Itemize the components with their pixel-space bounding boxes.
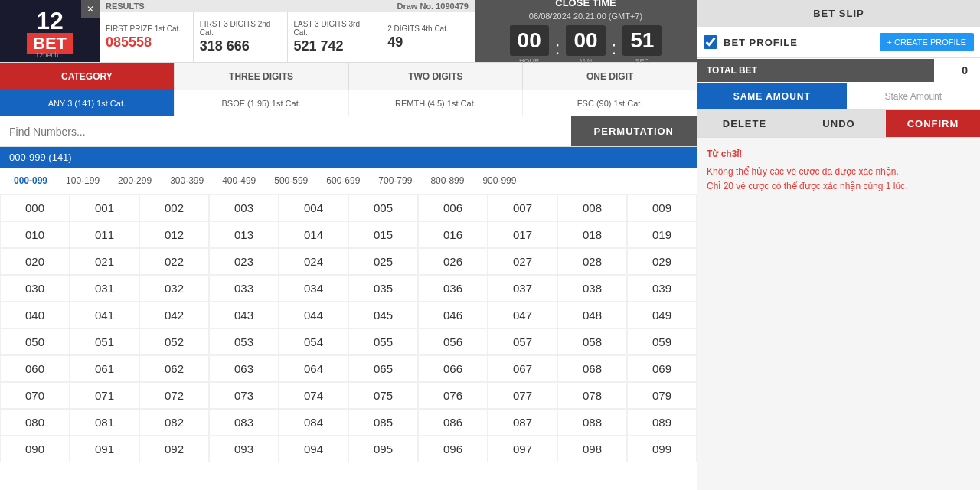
number-cell[interactable]: 067 [488,355,557,382]
number-cell[interactable]: 019 [627,221,697,248]
number-cell[interactable]: 023 [209,248,279,275]
number-cell[interactable]: 090 [0,436,70,462]
number-cell[interactable]: 020 [0,248,70,275]
number-cell[interactable]: 005 [348,194,418,221]
number-cell[interactable]: 076 [418,382,488,409]
number-cell[interactable]: 010 [0,221,70,248]
number-cell[interactable]: 043 [209,302,279,328]
range-tab-900[interactable]: 900-999 [475,172,524,189]
range-tab-800[interactable]: 800-899 [423,172,472,189]
bet-type-fsc[interactable]: FSC (90) 1st Cat. [523,90,697,116]
number-cell[interactable]: 026 [418,248,488,275]
number-cell[interactable]: 036 [418,275,488,302]
number-cell[interactable]: 003 [209,194,279,221]
number-cell[interactable]: 088 [557,409,627,436]
number-cell[interactable]: 033 [209,275,279,302]
tab-category[interactable]: CATEGORY [0,63,175,90]
number-cell[interactable]: 013 [209,221,279,248]
range-tab-000[interactable]: 000-099 [6,172,55,189]
number-cell[interactable]: 012 [139,221,209,248]
range-tab-200[interactable]: 200-299 [110,172,159,189]
number-cell[interactable]: 051 [70,328,139,355]
number-cell[interactable]: 073 [209,382,279,409]
number-cell[interactable]: 056 [418,328,488,355]
confirm-button[interactable]: CONFIRM [886,110,980,137]
number-cell[interactable]: 016 [418,221,488,248]
number-cell[interactable]: 092 [139,436,209,462]
number-cell[interactable]: 074 [279,382,348,409]
number-cell[interactable]: 047 [488,302,557,328]
number-cell[interactable]: 053 [209,328,279,355]
create-profile-button[interactable]: + CREATE PROFILE [880,33,974,51]
number-cell[interactable]: 055 [348,328,418,355]
search-input[interactable] [0,116,571,146]
number-cell[interactable]: 063 [209,355,279,382]
number-cell[interactable]: 015 [348,221,418,248]
number-cell[interactable]: 045 [348,302,418,328]
number-cell[interactable]: 034 [279,275,348,302]
number-cell[interactable]: 049 [627,302,697,328]
range-tab-400[interactable]: 400-499 [214,172,263,189]
number-cell[interactable]: 000 [0,194,70,221]
number-cell[interactable]: 025 [348,248,418,275]
number-cell[interactable]: 040 [0,302,70,328]
number-cell[interactable]: 014 [279,221,348,248]
number-cell[interactable]: 072 [139,382,209,409]
permutation-button[interactable]: PERMUTATION [571,116,697,146]
number-cell[interactable]: 009 [627,194,697,221]
number-cell[interactable]: 095 [348,436,418,462]
number-cell[interactable]: 011 [70,221,139,248]
number-cell[interactable]: 097 [488,436,557,462]
number-cell[interactable]: 017 [488,221,557,248]
number-cell[interactable]: 064 [279,355,348,382]
number-cell[interactable]: 002 [139,194,209,221]
tab-two-digits[interactable]: TWO DIGITS [349,63,524,90]
undo-button[interactable]: UNDO [792,110,886,137]
number-cell[interactable]: 069 [627,355,697,382]
number-cell[interactable]: 060 [0,355,70,382]
number-cell[interactable]: 096 [418,436,488,462]
number-cell[interactable]: 038 [557,275,627,302]
number-cell[interactable]: 093 [209,436,279,462]
number-cell[interactable]: 052 [139,328,209,355]
number-cell[interactable]: 094 [279,436,348,462]
delete-button[interactable]: DELETE [697,110,792,137]
number-cell[interactable]: 079 [627,382,697,409]
number-cell[interactable]: 028 [557,248,627,275]
number-cell[interactable]: 031 [70,275,139,302]
number-cell[interactable]: 085 [348,409,418,436]
number-cell[interactable]: 027 [488,248,557,275]
number-cell[interactable]: 065 [348,355,418,382]
same-amount-button[interactable]: SAME AMOUNT [697,83,847,109]
number-cell[interactable]: 087 [488,409,557,436]
number-cell[interactable]: 042 [139,302,209,328]
range-tab-300[interactable]: 300-399 [162,172,211,189]
range-tab-500[interactable]: 500-599 [266,172,315,189]
number-cell[interactable]: 099 [627,436,697,462]
tab-three-digits[interactable]: THREE DIGITS [175,63,349,90]
number-cell[interactable]: 007 [488,194,557,221]
number-cell[interactable]: 018 [557,221,627,248]
bet-type-any3[interactable]: ANY 3 (141) 1st Cat. [0,90,175,116]
number-cell[interactable]: 024 [279,248,348,275]
bet-type-bsoe[interactable]: BSOE (1.95) 1st Cat. [175,90,349,116]
number-cell[interactable]: 050 [0,328,70,355]
number-cell[interactable]: 035 [348,275,418,302]
number-cell[interactable]: 039 [627,275,697,302]
number-cell[interactable]: 058 [557,328,627,355]
number-cell[interactable]: 071 [70,382,139,409]
number-cell[interactable]: 048 [557,302,627,328]
number-cell[interactable]: 022 [139,248,209,275]
number-cell[interactable]: 044 [279,302,348,328]
number-cell[interactable]: 082 [139,409,209,436]
number-cell[interactable]: 083 [209,409,279,436]
number-cell[interactable]: 054 [279,328,348,355]
bet-type-remth[interactable]: REMTH (4.5) 1st Cat. [349,90,524,116]
bet-profile-checkbox[interactable] [704,35,717,49]
number-cell[interactable]: 062 [139,355,209,382]
range-tab-600[interactable]: 600-699 [318,172,368,189]
number-cell[interactable]: 066 [418,355,488,382]
tab-one-digit[interactable]: ONE DIGIT [523,63,697,90]
number-cell[interactable]: 021 [70,248,139,275]
number-cell[interactable]: 089 [627,409,697,436]
